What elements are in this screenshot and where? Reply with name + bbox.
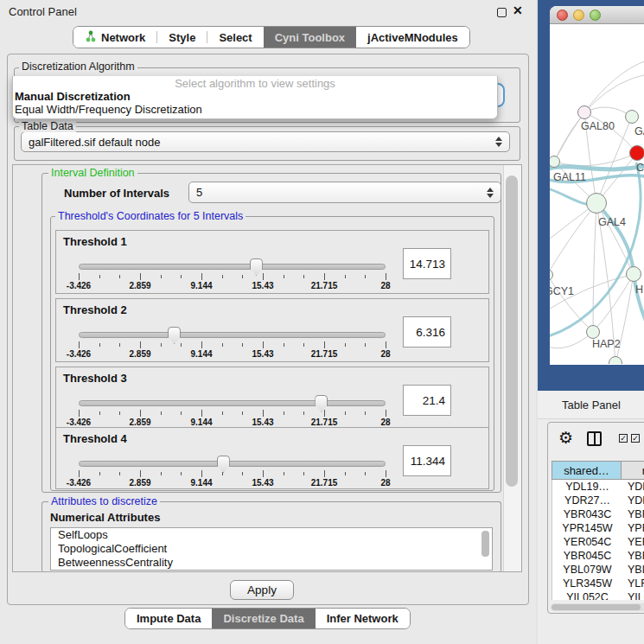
checkbox-icon[interactable]: ✓ bbox=[619, 434, 628, 443]
table-row[interactable]: YER054CYER054C bbox=[552, 535, 644, 549]
threshold-value-field[interactable]: 14.713 bbox=[403, 248, 451, 279]
attribute-list-item[interactable]: TopologicalCoefficient bbox=[51, 542, 492, 556]
attributes-list[interactable]: SelfLoopsTopologicalCoefficientBetweenne… bbox=[50, 527, 493, 571]
tick-label: 28 bbox=[380, 349, 390, 359]
network-node[interactable] bbox=[625, 110, 639, 124]
tick-label: 15.43 bbox=[252, 281, 273, 290]
tick-mark bbox=[201, 410, 202, 417]
name-cell[interactable]: YER054C bbox=[622, 535, 644, 549]
checkbox-icon[interactable]: ✓ bbox=[631, 434, 640, 443]
slider-track[interactable] bbox=[79, 264, 386, 270]
tab-impute-data[interactable]: Impute Data bbox=[125, 609, 212, 628]
threshold-slider[interactable]: -3.4262.8599.14415.4321.71528 bbox=[79, 395, 386, 430]
network-canvas[interactable]: GAL80GACGAL11GAL4GCY1HHAP2 bbox=[550, 24, 644, 364]
shared-name-cell[interactable]: YLR345W bbox=[552, 577, 622, 590]
shared-name-cell[interactable]: YDR27… bbox=[552, 494, 622, 507]
threshold-slider[interactable]: -3.4262.8599.14415.4321.71528 bbox=[79, 456, 386, 490]
zoom-traffic-light[interactable] bbox=[590, 10, 601, 21]
table-row[interactable]: YDR27…YDR27… bbox=[552, 494, 644, 507]
network-node-gal4[interactable] bbox=[586, 193, 607, 214]
gear-icon[interactable]: ⚙ bbox=[558, 428, 573, 448]
network-node[interactable] bbox=[629, 145, 644, 161]
table-data-combobox[interactable]: galFiltered.sif default node bbox=[21, 131, 510, 152]
algorithm-hint: Select algorithm to view settings bbox=[13, 76, 497, 90]
table-row[interactable]: YIL052CYIL052C bbox=[552, 590, 644, 600]
column-header-shared-name[interactable]: shared… bbox=[552, 461, 622, 480]
horizontal-scrollbar-thumb[interactable] bbox=[552, 604, 641, 610]
slider-track[interactable] bbox=[79, 400, 386, 406]
attribute-list-item[interactable]: BetweennessCentrality bbox=[51, 556, 492, 570]
node-label: GAL4 bbox=[598, 216, 626, 228]
column-header-name[interactable]: name bbox=[622, 461, 644, 480]
slider-tick-labels: -3.4262.8599.14415.4321.71528 bbox=[79, 478, 386, 488]
algorithm-option-equal-width[interactable]: Equal Width/Frequency Discretization bbox=[13, 103, 497, 116]
network-node-hap2[interactable] bbox=[586, 325, 600, 339]
tick-mark bbox=[365, 411, 366, 415]
thresholds-group-title: Threshold's Coordinates for 5 Intervals bbox=[55, 210, 245, 222]
shared-name-cell[interactable]: YBL079W bbox=[552, 563, 622, 577]
name-cell[interactable]: YBL079W bbox=[622, 563, 644, 577]
close-traffic-light[interactable] bbox=[557, 10, 568, 21]
close-icon[interactable]: ✕ bbox=[513, 3, 523, 17]
shared-name-cell[interactable]: YER054C bbox=[552, 535, 622, 549]
network-window-titlebar[interactable] bbox=[550, 6, 644, 24]
slider-ticks bbox=[79, 470, 386, 477]
threshold-value-field[interactable]: 21.4 bbox=[403, 385, 451, 416]
table-row[interactable]: YLR345WYLR345W bbox=[552, 577, 644, 590]
table-data-title: Table Data bbox=[19, 120, 76, 132]
tick-label: 21.715 bbox=[311, 478, 338, 488]
minimize-traffic-light[interactable] bbox=[573, 10, 584, 21]
tab-style[interactable]: Style bbox=[157, 27, 207, 48]
list-scrollbar-thumb[interactable] bbox=[481, 531, 489, 557]
tab-label: Discretize Data bbox=[223, 612, 303, 625]
threshold-value-field[interactable]: 11.344 bbox=[403, 445, 451, 476]
table-row[interactable]: YBL079WYBL079W bbox=[552, 563, 644, 577]
threshold-value-field[interactable]: 6.316 bbox=[403, 316, 451, 348]
number-of-intervals-label: Number of Intervals bbox=[64, 187, 169, 200]
name-cell[interactable]: YPR145W bbox=[622, 521, 644, 535]
tab-discretize-data[interactable]: Discretize Data bbox=[212, 609, 315, 628]
tick-mark bbox=[222, 275, 223, 278]
name-cell[interactable]: YDR27… bbox=[622, 494, 644, 507]
threshold-slider[interactable]: -3.4262.8599.14415.4321.71528 bbox=[79, 258, 386, 293]
threshold-2-panel: Threshold 2 -3.4262.8599.14415.4321.7152… bbox=[55, 298, 489, 362]
slider-track[interactable] bbox=[79, 461, 386, 467]
shared-name-cell[interactable]: YBR043C bbox=[552, 507, 622, 521]
tick-label: 2.859 bbox=[129, 281, 150, 290]
name-cell[interactable]: YLR345W bbox=[622, 577, 644, 590]
table-row[interactable]: YBR043CYBR043C bbox=[552, 507, 644, 521]
tick-mark bbox=[263, 341, 264, 348]
tab-network[interactable]: Network bbox=[73, 27, 156, 48]
name-cell[interactable]: YBR043C bbox=[622, 507, 644, 521]
network-node-gal80[interactable] bbox=[577, 105, 591, 119]
tab-jactivemnodules[interactable]: jActiveMNodules bbox=[356, 27, 469, 48]
tab-infer-network[interactable]: Infer Network bbox=[316, 609, 410, 628]
shared-name-cell[interactable]: YIL052C bbox=[552, 590, 622, 600]
split-columns-icon[interactable] bbox=[587, 431, 602, 446]
tick-mark bbox=[345, 411, 346, 415]
table-row[interactable]: YDL19…YDL19… bbox=[552, 480, 644, 494]
name-cell[interactable]: YBR045C bbox=[622, 549, 644, 563]
apply-button[interactable]: Apply bbox=[230, 580, 294, 600]
settings-scrollbar-thumb[interactable] bbox=[506, 175, 518, 487]
table-row[interactable]: YBR045CYBR045C bbox=[552, 549, 644, 563]
table-row[interactable]: YPR145WYPR145W bbox=[552, 521, 644, 535]
shared-name-cell[interactable]: YDL19… bbox=[552, 480, 622, 494]
shared-name-cell[interactable]: YBR045C bbox=[552, 549, 622, 563]
number-of-intervals-combobox[interactable]: 5 bbox=[188, 182, 501, 203]
network-icon bbox=[85, 30, 96, 45]
tab-cyni-toolbox[interactable]: Cyni Toolbox bbox=[264, 27, 356, 48]
horizontal-scrollbar[interactable] bbox=[551, 603, 644, 611]
tab-select[interactable]: Select bbox=[207, 27, 263, 48]
slider-track[interactable] bbox=[79, 332, 386, 338]
threshold-slider[interactable]: -3.4262.8599.14415.4321.71528 bbox=[79, 327, 386, 361]
network-node[interactable] bbox=[626, 266, 641, 282]
table-panel-titlebar: Table Panel bbox=[538, 391, 644, 419]
name-cell[interactable]: YIL052C bbox=[622, 590, 644, 600]
shared-name-cell[interactable]: YPR145W bbox=[552, 521, 622, 535]
network-node[interactable] bbox=[609, 356, 622, 364]
name-cell[interactable]: YDL19… bbox=[622, 480, 644, 494]
algorithm-option-manual[interactable]: Manual Discretization bbox=[13, 90, 497, 103]
attribute-list-item[interactable]: SelfLoops bbox=[51, 528, 492, 542]
float-window-icon[interactable] bbox=[497, 8, 507, 17]
